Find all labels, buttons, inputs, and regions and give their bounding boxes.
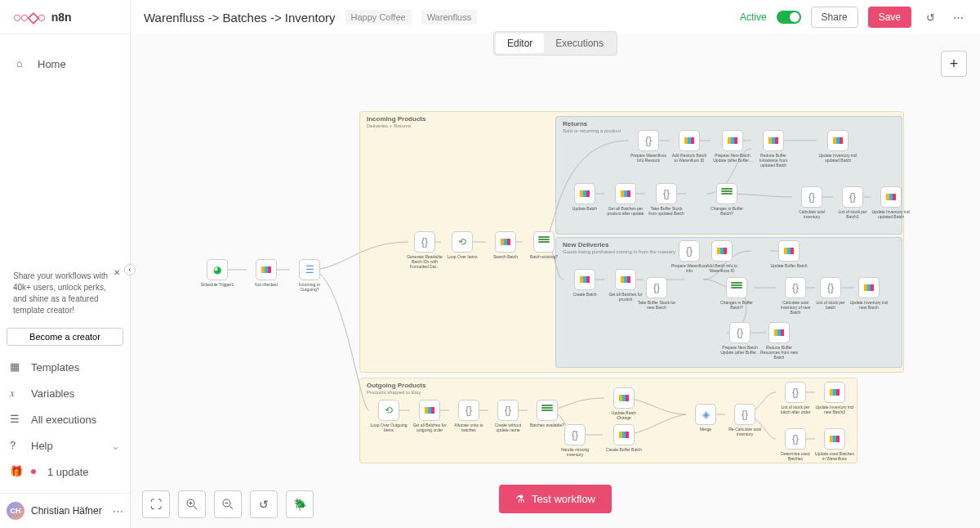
user-row[interactable]: CH Christian Häfner ⋯ [0,493,130,528]
nav-executions[interactable]: ☰All executions [7,406,123,432]
node-update-inv-new[interactable]: Update Inventory incl new Batch [849,277,889,310]
active-toggle[interactable] [777,11,801,24]
node-allocate[interactable]: {}Allocate units to batches [449,400,488,432]
code-icon: {} [653,282,660,293]
airtable-icon [501,239,510,245]
loop-icon: ⟲ [458,236,466,248]
airtable-icon [580,190,590,197]
zoom-in-icon [185,498,198,511]
tab-editor[interactable]: Editor [496,34,544,53]
switch-icon: ☰ [305,264,314,275]
sidebar-collapse[interactable]: ‹ [124,264,136,275]
code-icon: {} [792,387,799,398]
node-changes-buffer-1[interactable]: Changes in Buffer Batch? [707,183,746,216]
node-loop-items[interactable]: ⟲Loop Over Items [443,231,482,259]
node-list-stock-2[interactable]: {}List of stock per batch [811,277,850,310]
reset-button[interactable]: ↺ [250,490,278,518]
zoom-out-button[interactable] [214,490,242,518]
airtable-icon [619,395,629,401]
history-icon[interactable]: ↺ [921,11,939,24]
save-button[interactable]: Save [868,7,911,28]
active-label: Active [740,11,767,23]
node-prep-new-batch[interactable]: Prepare New Batch Update (after Buffer..… [713,130,752,163]
node-handle-missing[interactable]: {}Handle missing inventory [555,424,595,457]
node-recalc[interactable]: {}Re-Calculate total inventory [725,404,764,436]
airtable-icon [425,407,434,414]
templates-icon: ▦ [10,360,23,374]
nav-help[interactable]: ?Help⌄ [7,432,123,459]
code-icon: {} [849,191,856,203]
node-create-batch[interactable]: Create Batch [565,269,604,297]
node-get-batches-out[interactable]: Get all Batches for outgoing order [410,400,449,432]
node-create-buffer[interactable]: Create Buffer Batch [604,424,644,452]
node-determine-used[interactable]: {}Determine used Batches [776,428,815,461]
node-generate-ids[interactable]: {}Generate Readable Batch IDs with Forma… [405,231,444,269]
code-icon: {} [645,135,652,146]
more-icon[interactable]: ⋯ [113,505,123,517]
node-update-inv-new2[interactable]: Update Inventory incl new Batch2 [815,382,854,414]
help-icon: ? [10,439,23,452]
airtable-icon [621,276,630,283]
canvas[interactable]: + Incoming Products Deliveries + Returns… [131,34,980,528]
nav-home-label: Home [38,58,66,70]
node-reduce-buffer-2[interactable]: Reduce Buffer Resources from new Batch [760,322,799,360]
node-list-stock-1[interactable]: {}List of stock per Batch1 [833,186,872,219]
more-icon[interactable]: ⋯ [949,11,967,24]
node-update-change[interactable]: Update Batch Change [604,387,644,420]
become-creator-button[interactable]: Become a creator [7,328,123,346]
node-prep-restock[interactable]: {}Prepare Warenfluss Info Restock [629,130,668,163]
airtable-icon [728,137,737,144]
node-update-inv-upd[interactable]: Update Inventory incl updated Batch [871,186,911,219]
code-icon: {} [792,433,799,445]
code-icon: {} [663,188,670,199]
node-update-used[interactable]: Update used Batches in Warenfluss [815,428,854,461]
node-loop-outgoing[interactable]: ⟲Loop Over Outgoing Items [369,400,408,432]
tab-executions[interactable]: Executions [544,34,615,53]
avatar: CH [7,502,24,520]
logo-area: ○○◇○ n8n [0,0,130,34]
node-calc-total-1[interactable]: {}Calculate total inventory [792,186,831,219]
code-icon: {} [808,191,815,203]
node-prep-new-batch-2[interactable]: {}Prepare New Batch Update (after Buffer… [720,322,760,355]
node-changes-buffer-2[interactable]: Changes in Buffer Batch? [717,277,756,310]
fit-view-button[interactable]: ⛶ [142,490,170,518]
tag-2[interactable]: Warenfluss [421,10,478,25]
airtable-icon [261,266,271,273]
nav-variables[interactable]: 𝑥Variables [7,380,123,406]
node-list-stock-after[interactable]: {}List of stock per batch after order [776,382,815,414]
nav-home[interactable]: ⌂ Home [13,51,117,77]
node-batch-existing[interactable]: Batch existing? [524,231,564,259]
node-create-wo[interactable]: {}Create without update name [488,400,528,432]
node-schedule-trigger[interactable]: ◕Schedule Trigger1 [198,259,237,287]
close-icon[interactable]: ✕ [114,267,120,279]
node-calc-total-2[interactable]: {}Calculate total Inventory of new Batch [776,277,815,315]
nav-templates[interactable]: ▦Templates [7,354,123,380]
node-add-restock[interactable]: Add Restock Batch to Warenfluss ID [670,130,709,163]
node-update-buffer[interactable]: Update Buffer Batch [769,240,808,268]
code-icon: {} [572,429,578,441]
workflow-title[interactable]: Warenfluss -> Batches -> Inventory [144,11,336,25]
zoom-in-button[interactable] [178,490,206,518]
node-search-batch[interactable]: Search Batch [486,231,525,259]
chevron-down-icon: ⌄ [111,440,120,452]
add-node-button[interactable]: + [941,51,967,77]
node-get-batches-1[interactable]: Get all Batches per product after update [606,183,645,216]
node-update-inv-top[interactable]: Update Inventory incl updated Batch [818,130,858,163]
node-incoming-outgoing[interactable]: ☰Incoming or Outgoing? [290,259,329,292]
nav-update[interactable]: 🎁1 update [7,459,123,485]
user-name: Christian Häfner [31,505,102,517]
debug-button[interactable]: 🪲 [286,490,314,518]
node-batches-avail[interactable]: Batches available? [528,400,567,427]
test-workflow-button[interactable]: ⚗ Test workflow [499,485,612,513]
canvas-controls: ⛶ ↺ 🪲 [142,490,314,518]
node-not-checked[interactable]: Not checked [247,259,286,287]
node-merge[interactable]: ◈Merge [686,404,725,432]
node-update-batch[interactable]: Update Batch [565,183,604,211]
node-take-buffer-2[interactable]: {}Take Buffer Stock for new Batch [637,277,676,310]
share-button[interactable]: Share [811,7,858,28]
tag-1[interactable]: Happy Coffee [345,10,412,25]
node-reduce-buffer[interactable]: Reduce Buffer Imbalance from updated Bat… [754,130,793,168]
code-icon: {} [421,236,428,248]
node-take-buffer-1[interactable]: {}Take Buffer Stock from updated Batch [647,183,686,216]
node-add-batch-info[interactable]: Add Batch info to Warenfluss ID [702,240,742,273]
